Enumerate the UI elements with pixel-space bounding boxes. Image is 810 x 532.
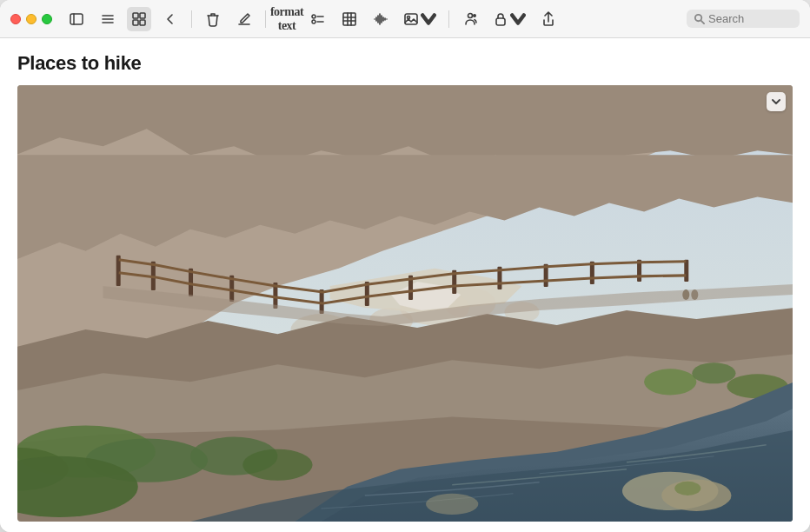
search-icon (694, 13, 705, 24)
note-image (17, 85, 793, 522)
minimize-button[interactable] (26, 14, 37, 24)
chevron-down-small-icon (771, 96, 781, 107)
svg-rect-0 (70, 14, 83, 24)
share-icon (541, 11, 556, 27)
grid-view-button[interactable] (127, 7, 151, 31)
svg-point-10 (312, 15, 315, 18)
svg-point-47 (692, 362, 735, 383)
checklist-button[interactable] (306, 7, 330, 31)
lock-icon (493, 11, 508, 27)
chevron-down-icon (421, 11, 436, 27)
landscape-svg (17, 85, 793, 522)
svg-rect-31 (496, 18, 505, 25)
photo-icon (403, 11, 419, 27)
maximize-button[interactable] (42, 14, 52, 24)
titlebar: format text (0, 0, 810, 38)
svg-rect-5 (133, 13, 138, 18)
trash-icon (205, 11, 221, 27)
sidebar-icon (69, 11, 84, 27)
share-button[interactable] (536, 7, 561, 31)
svg-point-52 (426, 494, 478, 515)
back-button[interactable] (158, 7, 183, 31)
svg-rect-8 (140, 20, 145, 25)
checklist-icon (310, 11, 326, 27)
table-button[interactable] (337, 7, 362, 31)
landscape-scene (17, 85, 793, 522)
media-button[interactable] (400, 7, 440, 31)
search-box[interactable] (687, 10, 800, 28)
svg-rect-14 (343, 13, 355, 25)
svg-rect-66 (684, 260, 688, 282)
list-view-button[interactable] (96, 7, 120, 31)
image-expand-button[interactable] (767, 92, 786, 111)
lock-button[interactable] (489, 7, 529, 31)
list-icon (100, 11, 116, 27)
svg-rect-6 (140, 13, 145, 18)
format-text-label: format text (270, 5, 303, 33)
svg-point-45 (242, 449, 312, 481)
search-input[interactable] (708, 12, 793, 25)
note-title: Places to hike (17, 52, 793, 75)
chevron-left-icon (163, 11, 178, 27)
audio-button[interactable] (368, 7, 393, 31)
divider-2 (265, 10, 266, 28)
waveform-icon (373, 11, 388, 27)
svg-point-46 (644, 369, 696, 395)
svg-rect-7 (133, 20, 138, 25)
svg-rect-27 (405, 14, 417, 24)
svg-point-29 (468, 13, 473, 17)
svg-point-12 (312, 20, 315, 23)
svg-point-30 (473, 14, 476, 17)
traffic-lights (10, 14, 52, 24)
format-text-button[interactable]: format text (275, 7, 299, 31)
delete-button[interactable] (201, 7, 225, 31)
svg-point-51 (674, 482, 700, 495)
collaborate-button[interactable] (458, 7, 482, 31)
table-icon (342, 11, 357, 27)
svg-line-33 (701, 21, 704, 23)
divider-1 (191, 10, 192, 28)
collaborate-icon (462, 11, 478, 27)
compose-icon (236, 11, 252, 27)
lock-chevron-icon (510, 11, 526, 27)
main-window: format text (0, 0, 810, 532)
close-button[interactable] (10, 14, 21, 24)
sidebar-toggle-button[interactable] (64, 7, 89, 31)
compose-button[interactable] (232, 7, 256, 31)
note-content: Places to hike (0, 38, 810, 532)
svg-point-28 (408, 16, 410, 18)
grid-icon (131, 11, 147, 27)
divider-3 (448, 10, 449, 28)
